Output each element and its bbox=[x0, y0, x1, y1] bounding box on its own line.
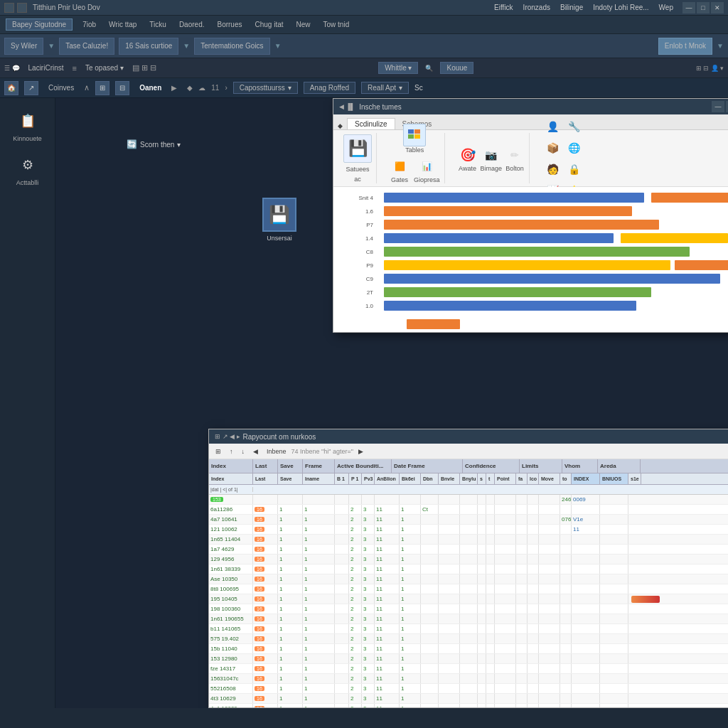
st-lacicrint[interactable]: LaciriCrinst bbox=[24, 63, 68, 73]
table-row[interactable]: 153 12980161123111 bbox=[209, 654, 728, 664]
left-sidebar: 📋 Kinnouete ⚙ Acttablli bbox=[0, 98, 55, 708]
toolbar-sywiler[interactable]: Sy Wiler bbox=[4, 38, 43, 55]
grid-cell bbox=[439, 704, 460, 707]
maximize-btn[interactable]: □ bbox=[697, 2, 710, 14]
menu-indoty[interactable]: Indoty Lohi Ree... bbox=[591, 4, 651, 11]
gantt-gio-icon[interactable]: 📊 bbox=[417, 156, 437, 176]
table-row[interactable]: fze 14317161123111 bbox=[209, 664, 728, 674]
ribbon-ticku[interactable]: Ticku bbox=[146, 19, 169, 30]
close-btn[interactable]: ✕ bbox=[711, 2, 724, 14]
table-row[interactable]: 8t8 100695161123111 bbox=[209, 584, 728, 594]
ribbon-wric[interactable]: Wric ttap bbox=[106, 19, 139, 30]
gantt-save-icon[interactable]: 💾 bbox=[343, 134, 372, 163]
grid-cell bbox=[572, 505, 600, 514]
toolbar-tente[interactable]: Tentematione Goics bbox=[194, 38, 269, 55]
desktop-icon[interactable]: 💾 Unsersai bbox=[255, 198, 304, 242]
ribbon-chug[interactable]: Chug itat bbox=[252, 19, 286, 30]
tt-dropdown-reall[interactable]: Reall Apt ▾ bbox=[361, 82, 409, 94]
tt-dropdown-anag[interactable]: Anag Roffed bbox=[304, 82, 355, 94]
browse-label[interactable]: 🔄 Scorn then ▾ bbox=[127, 139, 181, 149]
toolbar-16sais[interactable]: 16 Sais curtioe bbox=[119, 38, 178, 55]
grid-cell bbox=[486, 515, 495, 524]
tt-icon-settings[interactable]: ⊟ bbox=[115, 81, 129, 95]
tt-dropdown-cap[interactable]: Capossttuurss ▾ bbox=[233, 82, 298, 94]
st-teopased[interactable]: Te opased ▾ bbox=[81, 63, 128, 73]
gantt-tab-scdinulize[interactable]: Scdinulize bbox=[347, 118, 395, 129]
table-row[interactable]: b11 141065161123111 bbox=[209, 624, 728, 634]
tt-icon-home[interactable]: 🏠 bbox=[4, 81, 18, 95]
menu-ironzads[interactable]: Ironzads bbox=[521, 4, 552, 11]
grid-cell bbox=[460, 644, 478, 653]
gantt-package-icon[interactable]: 📦 bbox=[542, 138, 562, 158]
ribbon-daored[interactable]: Daored. bbox=[176, 19, 208, 30]
toolbar-enlob[interactable]: Enlob t Mnok bbox=[658, 38, 712, 55]
table-row[interactable]: 4t3 10629161123111 bbox=[209, 694, 728, 704]
gtb-icon1[interactable]: ⊞ bbox=[212, 446, 225, 456]
gtb-icon4[interactable]: ◀ bbox=[250, 446, 262, 456]
ribbon-new[interactable]: New bbox=[294, 19, 314, 30]
table-row[interactable]: 198 100360161123111 bbox=[209, 604, 728, 614]
table-row[interactable]: 195 10405161123111 bbox=[209, 594, 728, 604]
grid-cell: 11 bbox=[375, 594, 400, 604]
menu-bilinige[interactable]: Bilinige bbox=[558, 4, 585, 11]
tt-oanen[interactable]: Oanen bbox=[135, 82, 166, 93]
gsh-bnvle: Bnvle bbox=[439, 473, 460, 484]
table-row[interactable]: 1n61 190655161123111 bbox=[209, 614, 728, 624]
sidebar-item-kinnouete[interactable]: 📋 Kinnouete bbox=[5, 105, 50, 146]
gantt-wrench-icon[interactable]: 🔧 bbox=[564, 117, 584, 136]
tt-icon-arrow[interactable]: ↗ bbox=[24, 81, 38, 95]
table-row[interactable]: 15324650069 bbox=[209, 495, 728, 505]
gtb-icon3[interactable]: ↓ bbox=[238, 446, 249, 456]
gantt-tables-icon[interactable] bbox=[403, 124, 426, 146]
st-kouue[interactable]: Kouue bbox=[440, 62, 473, 74]
gantt-lock-icon[interactable]: 🔒 bbox=[564, 159, 584, 179]
table-row[interactable]: 1n61 38339161123111 bbox=[209, 564, 728, 574]
gantt-bolton-icon[interactable]: ✏ bbox=[505, 145, 525, 165]
gtb-end[interactable]: ▶ bbox=[355, 448, 367, 455]
grid-cell bbox=[600, 654, 628, 663]
table-row[interactable]: 4a7 106411611231110765V1e bbox=[209, 515, 728, 525]
table-row[interactable]: 15631047c161123111 bbox=[209, 674, 728, 684]
gantt-globe-icon[interactable]: 🌐 bbox=[564, 138, 584, 158]
gantt-bimage-icon[interactable]: 📷 bbox=[481, 145, 501, 165]
gtb-inbene[interactable]: Inbene bbox=[263, 446, 290, 456]
minimize-btn[interactable]: — bbox=[682, 2, 695, 14]
table-row[interactable]: Ase 10350161123111 bbox=[209, 574, 728, 584]
grid-body[interactable]: 153246500696a11286161123111Ct4a7 1064116… bbox=[209, 495, 728, 707]
gantt-person-icon[interactable]: 🧑 bbox=[542, 159, 562, 179]
grid-cell: 1 bbox=[278, 674, 303, 683]
ribbon-btn-label[interactable]: Bapey Sigutodne bbox=[6, 18, 73, 31]
table-row[interactable]: 6a11286161123111Ct bbox=[209, 505, 728, 515]
sidebar-item-acttablli[interactable]: ⚙ Acttablli bbox=[5, 149, 50, 191]
grid-cell: 16 bbox=[253, 634, 278, 643]
toolbar-tase[interactable]: Tase Caluzie! bbox=[59, 38, 114, 55]
grid-cell bbox=[439, 664, 460, 673]
menu-wep[interactable]: Wep bbox=[657, 4, 675, 11]
gtb-icon2[interactable]: ↑ bbox=[226, 446, 237, 456]
gantt-gates-icon[interactable]: 🟧 bbox=[390, 156, 410, 176]
ribbon-7iob[interactable]: 7iob bbox=[80, 19, 99, 30]
table-row[interactable]: 1a7 4629161123111 bbox=[209, 545, 728, 555]
st-whittle[interactable]: Whittle ▾ bbox=[378, 62, 418, 74]
table-row[interactable]: 55216508161123111 bbox=[209, 684, 728, 694]
table-row[interactable]: 575 19.402161123111 bbox=[209, 634, 728, 644]
grid-cell: 1 bbox=[278, 604, 303, 614]
gantt-min-btn[interactable]: — bbox=[712, 101, 724, 112]
ribbon-tow[interactable]: Tow tnid bbox=[321, 19, 353, 30]
grid-cell: 3 bbox=[362, 644, 375, 653]
grid-cell: 3 bbox=[362, 535, 375, 544]
table-row[interactable]: 129 4956161123111 bbox=[209, 555, 728, 564]
table-row[interactable]: 4n1 10029161123111 bbox=[209, 704, 728, 707]
tt-coinves[interactable]: Coinves bbox=[44, 82, 78, 93]
gantt-user-icon[interactable]: 👤 bbox=[542, 117, 562, 136]
grid-cell: 1 bbox=[400, 624, 421, 633]
gantt-awate-icon[interactable]: 🎯 bbox=[458, 145, 478, 165]
menu-eiffick[interactable]: Eiffick bbox=[492, 4, 515, 11]
table-row[interactable]: 121 1006216112311111 bbox=[209, 525, 728, 535]
tt-icon-grid[interactable]: ⊞ bbox=[95, 81, 109, 95]
grid-cell bbox=[539, 704, 560, 707]
table-row[interactable]: 1n65 11404161123111 bbox=[209, 535, 728, 545]
table-row[interactable]: 15b 11040161123111 bbox=[209, 644, 728, 654]
ribbon-borrues[interactable]: Borrues bbox=[214, 19, 245, 30]
grid-cell: 1 bbox=[400, 525, 421, 534]
